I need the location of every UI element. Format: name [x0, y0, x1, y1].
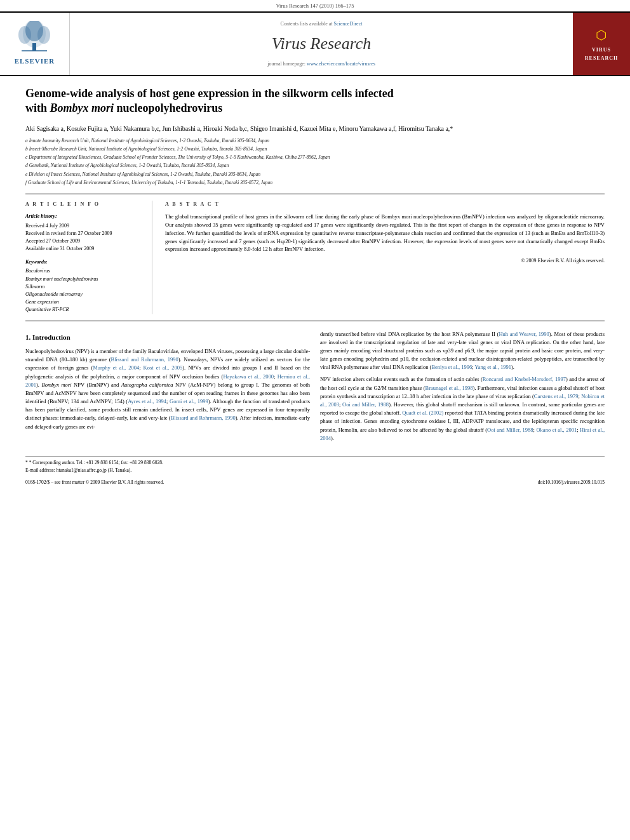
ref-braunagel[interactable]: Braunagel et al., 1998	[426, 385, 473, 391]
homepage-url[interactable]: www.elsevier.com/locate/virusres	[307, 61, 375, 67]
ref-ooi2[interactable]: Ooi and Miller, 1988	[487, 427, 533, 433]
affiliation-a: a Innate Immunity Research Unit, Nationa…	[25, 137, 605, 144]
copyright-notice: © 2009 Elsevier B.V. All rights reserved…	[165, 257, 605, 264]
accepted-date: Accepted 27 October 2009	[25, 237, 144, 244]
abstract-text-content: The global transcriptional profile of ho…	[165, 213, 605, 252]
ref-ayres[interactable]: Ayres et al., 1994	[128, 398, 166, 404]
footnote-corresponding: * * Corresponding author. Tel.: +81 29 8…	[25, 460, 605, 467]
ref-murphy[interactable]: Murphy et al., 2004	[93, 364, 139, 371]
ref-ooi[interactable]: Ooi and Miller, 1988	[342, 401, 389, 408]
keywords-label: Keywords:	[25, 258, 144, 265]
column-left: 1. Introduction Nucleopolyhedrovirus (NP…	[25, 330, 310, 446]
elsevier-logo-section: ELSEVIER	[0, 13, 70, 75]
keyword-4: Oligonucleotide microarray	[25, 291, 144, 298]
footnote-star-text: * Corresponding author. Tel.: +81 29 838…	[29, 460, 163, 465]
ref-beniya[interactable]: Beniya et al., 1996	[431, 364, 472, 370]
ref-blissard[interactable]: Blissard and Rohrmann, 1990	[111, 356, 178, 363]
title-part2: with	[25, 102, 50, 114]
ref-gomi[interactable]: Gomi et al., 1999	[170, 398, 208, 404]
ref-yang[interactable]: Yang et al., 1991	[475, 364, 511, 370]
elsevier-tree-icon	[15, 21, 53, 53]
ref-quadt[interactable]: Quadt et al. (2002)	[402, 410, 443, 416]
ref-blissard2[interactable]: Blissard and Rohrmann, 1990	[171, 415, 236, 421]
journal-title: Virus Research	[272, 32, 372, 55]
sciencedirect-link: Contents lists available at ScienceDirec…	[281, 20, 363, 27]
keyword-2: Bombyx mori nucleopolyhedrovirus	[25, 276, 144, 283]
journal-title-section: Contents lists available at ScienceDirec…	[70, 13, 573, 75]
ref-huh[interactable]: Huh and Weaver, 1990	[499, 331, 549, 337]
elsevier-name: ELSEVIER	[15, 57, 55, 66]
received-revised-date: Received in revised form 27 October 2009	[25, 230, 144, 237]
abstract-heading: A B S T R A C T	[165, 201, 605, 208]
article-info-heading: A R T I C L E I N F O	[25, 201, 144, 208]
affiliations-list: a Innate Immunity Research Unit, Nationa…	[25, 137, 605, 187]
affiliation-f: f Graduate School of Life and Environmen…	[25, 179, 605, 186]
journal-reference: Virus Research 147 (2010) 166–175	[276, 3, 354, 9]
intro-right-para1: dently transcribed before viral DNA repl…	[320, 330, 605, 372]
affiliation-e: e Division of Insect Sciences, National …	[25, 171, 605, 178]
column-right: dently transcribed before viral DNA repl…	[320, 330, 605, 446]
intro-left-para: Nucleopolyhedrovirus (NPV) is a member o…	[25, 347, 310, 431]
ref-kost[interactable]: Kost et al., 2005	[144, 364, 183, 371]
article-meta-section: A R T I C L E I N F O Article history: R…	[25, 194, 605, 321]
title-italic: Bombyx mori	[50, 102, 114, 114]
body-content: 1. Introduction Nucleopolyhedrovirus (NP…	[25, 330, 605, 446]
section1-heading: 1. Introduction	[25, 333, 310, 342]
ref-roncarati[interactable]: Roncarati and Knebel-Morsdorf, 1997	[483, 376, 566, 382]
keyword-3: Silkworm	[25, 283, 144, 290]
article-info-panel: A R T I C L E I N F O Article history: R…	[25, 201, 152, 314]
ref-hayakawa[interactable]: Hayakawa et al., 2000	[223, 373, 274, 380]
badge-line2: RESEARCH	[585, 55, 618, 62]
journal-header: Virus Research 147 (2010) 166–175	[0, 0, 630, 13]
virus-research-badge: ⬡ VIRUS RESEARCH	[573, 13, 630, 75]
doi-text: doi:10.1016/j.virusres.2009.10.015	[538, 479, 605, 486]
page-bottom-bar: 0168-1702/$ – see front matter © 2009 El…	[25, 479, 605, 486]
journal-banner: ELSEVIER Contents lists available at Sci…	[0, 13, 630, 76]
available-online-date: Available online 31 October 2009	[25, 245, 144, 252]
footnote-star-symbol: *	[25, 460, 28, 465]
article-history: Article history: Received 4 July 2009 Re…	[25, 213, 144, 252]
issn-text: 0168-1702/$ – see front matter © 2009 El…	[25, 479, 164, 486]
elsevier-logo: ELSEVIER	[15, 21, 55, 66]
ref-carstens[interactable]: Carstens et al., 1979	[534, 393, 579, 399]
article-content: Genome-wide analysis of host gene expres…	[0, 76, 630, 496]
received-date: Received 4 July 2009	[25, 222, 144, 229]
history-label: Article history:	[25, 213, 144, 220]
intro-right-para2: NPV infection alters cellular events suc…	[320, 375, 605, 442]
title-part1: Genome-wide analysis of host gene expres…	[25, 87, 394, 100]
affiliation-d: d Genebank, National Institute of Agrobi…	[25, 162, 605, 169]
ref-okano[interactable]: Okano et al., 2001	[536, 427, 577, 433]
badge-line1: VIRUS	[585, 46, 618, 55]
authors-list: Aki Sagisaka a, Kosuke Fujita a, Yuki Na…	[25, 124, 605, 133]
sciencedirect-url[interactable]: ScienceDirect	[334, 21, 363, 27]
affiliation-b: b Insect-Microbe Research Unit, National…	[25, 145, 605, 152]
keyword-6: Quantitative RT-PCR	[25, 306, 144, 313]
badge-content: ⬡ VIRUS RESEARCH	[580, 21, 623, 67]
page-footer: * * Corresponding author. Tel.: +81 29 8…	[25, 457, 605, 486]
authors-text: Aki Sagisaka a, Kosuke Fujita a, Yuki Na…	[25, 125, 453, 132]
journal-homepage: journal homepage: www.elsevier.com/locat…	[267, 60, 375, 67]
abstract-panel: A B S T R A C T The global transcription…	[165, 201, 605, 314]
keyword-1: Baculovirus	[25, 267, 144, 274]
title-part3: nucleopolyhedrovirus	[114, 102, 222, 114]
virus-icon: ⬡	[585, 26, 618, 44]
keyword-5: Gene expression	[25, 298, 144, 305]
abstract-body: The global transcriptional profile of ho…	[165, 213, 605, 253]
article-title: Genome-wide analysis of host gene expres…	[25, 86, 605, 116]
keywords-panel: Keywords: Baculovirus Bombyx mori nucleo…	[25, 258, 144, 313]
affiliation-c: c Department of Integrated Biosciences, …	[25, 154, 605, 161]
footnote-email: E-mail address: htanaka1@nias.affrc.go.j…	[25, 467, 605, 474]
